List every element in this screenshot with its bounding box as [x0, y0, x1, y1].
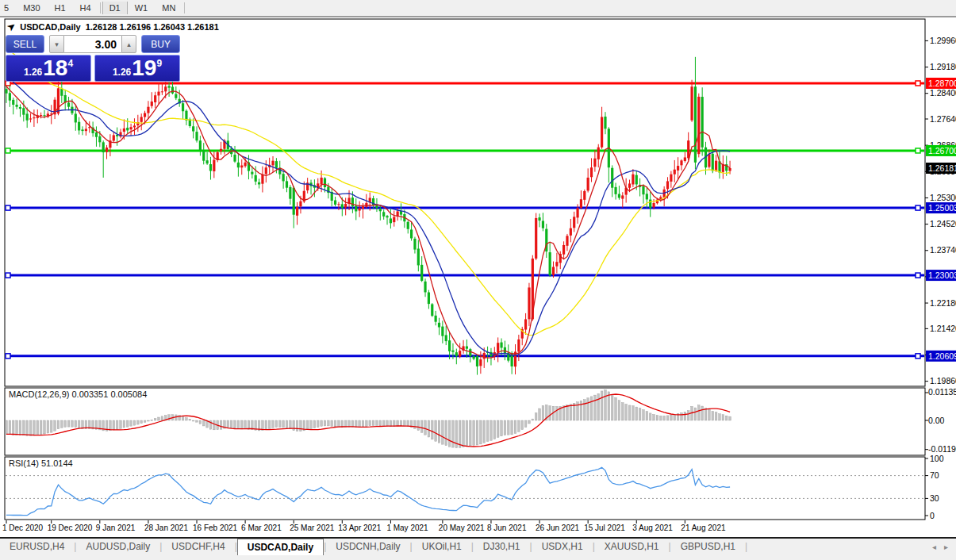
sell-price-sup: 4 [67, 58, 73, 69]
sell-price-panel[interactable]: 1.26 18 4 [6, 55, 91, 82]
svg-text:1.24520: 1.24520 [930, 219, 956, 228]
date-axis: 1 Dec 202019 Dec 20209 Jan 202128 Jan 20… [2, 520, 726, 532]
timeframe-w1[interactable]: W1 [128, 2, 155, 14]
chart-tab-bar: EURUSD,H4|AUDUSD,Daily|USDCHF,H4|USDCAD,… [0, 537, 956, 555]
tab-usdx-h1[interactable]: USDX,H1 [532, 539, 593, 555]
tab-dj30-h1[interactable]: DJ30,H1 [474, 539, 530, 555]
svg-text:1 Dec 2020: 1 Dec 2020 [2, 524, 44, 532]
sell-button[interactable]: SELL [6, 35, 44, 53]
svg-text:70: 70 [930, 470, 939, 480]
chart-panes [5, 19, 925, 520]
tab-scroll-left[interactable]: ◂ [932, 543, 936, 551]
sell-price-big: 18 [43, 57, 67, 79]
svg-text:1.23740: 1.23740 [930, 245, 956, 255]
timeframe-h1[interactable]: H1 [48, 2, 73, 14]
tab-usdcnh-daily[interactable]: USDCNH,Daily [326, 539, 409, 555]
svg-text:100: 100 [930, 454, 944, 463]
svg-text:1 May 2021: 1 May 2021 [386, 524, 428, 532]
svg-text:1.29180: 1.29180 [930, 62, 956, 71]
svg-text:21 Aug 2021: 21 Aug 2021 [681, 524, 726, 532]
chart-title: ➤ USDCAD,Daily 1.26128 1.26196 1.26043 1… [8, 21, 219, 32]
timeframe-d1[interactable]: D1 [102, 2, 128, 14]
tab-scroll-right[interactable]: ▸ [944, 543, 948, 551]
volume-input[interactable] [64, 35, 121, 53]
tab-xauusd-h1[interactable]: XAUUSD,H1 [595, 539, 669, 555]
svg-text:1.25003: 1.25003 [928, 203, 956, 213]
svg-text:20 May 2021: 20 May 2021 [439, 524, 485, 532]
tab-eurusd-h4[interactable]: EURUSD,H4 [0, 539, 74, 555]
symbol-title: USDCAD,Daily [20, 22, 80, 32]
svg-text:1.28700: 1.28700 [928, 79, 956, 88]
buy-price-big: 19 [132, 57, 156, 79]
sell-price-small: 1.26 [24, 67, 42, 78]
tab-ukoil-h1[interactable]: UKOil,H1 [413, 539, 471, 555]
toolbar-separator [100, 2, 101, 13]
rsi-indicator-label: RSI(14) 51.0144 [9, 458, 73, 468]
svg-text:8 Jun 2021: 8 Jun 2021 [487, 524, 527, 532]
svg-text:1.25300: 1.25300 [930, 193, 956, 202]
buy-price-panel[interactable]: 1.26 19 9 [94, 55, 180, 82]
timeframe-mn[interactable]: MN [155, 2, 182, 14]
timeframe-5[interactable]: 5 [0, 2, 16, 14]
svg-text:1.26700: 1.26700 [928, 146, 956, 155]
volume-decrease-button[interactable]: ▾ [49, 35, 64, 53]
svg-text:28 Jan 2021: 28 Jan 2021 [144, 524, 188, 532]
svg-text:26 Jun 2021: 26 Jun 2021 [536, 524, 579, 532]
svg-text:0.00: 0.00 [928, 416, 945, 425]
svg-text:3 Aug 2021: 3 Aug 2021 [632, 524, 673, 532]
svg-text:1.28400: 1.28400 [930, 88, 956, 98]
buy-price-small: 1.26 [113, 67, 131, 78]
ohlc-values: 1.26128 1.26196 1.26043 1.26181 [86, 22, 219, 32]
svg-text:1.23003: 1.23003 [928, 270, 956, 280]
macd-indicator-label: MACD(12,26,9) 0.003351 0.005084 [9, 389, 147, 399]
svg-text:16 Feb 2021: 16 Feb 2021 [193, 524, 238, 532]
svg-text:1.29960: 1.29960 [930, 36, 956, 45]
timeframe-m30[interactable]: M30 [16, 2, 47, 14]
svg-text:1.27640: 1.27640 [930, 114, 956, 124]
tab-audusd-daily[interactable]: AUDUSD,Daily [76, 539, 159, 555]
svg-text:1.21420: 1.21420 [930, 324, 956, 333]
svg-text:9 Jan 2021: 9 Jan 2021 [96, 524, 136, 532]
tab-scroll-arrows: ◂ ▸ [932, 539, 956, 555]
svg-text:30: 30 [930, 493, 939, 503]
svg-text:1.26181: 1.26181 [928, 163, 956, 173]
svg-text:19 Dec 2020: 19 Dec 2020 [48, 524, 93, 532]
timeframe-toolbar: 5M30H1H4D1W1MN [0, 0, 956, 17]
buy-price-sup: 9 [156, 58, 162, 69]
toolbar-separator [184, 2, 185, 13]
timeframe-h4[interactable]: H4 [73, 2, 98, 14]
svg-text:15 Jul 2021: 15 Jul 2021 [584, 524, 625, 532]
svg-text:1.22180: 1.22180 [930, 298, 956, 308]
svg-text:1.20609: 1.20609 [928, 351, 956, 361]
svg-text:6 Mar 2021: 6 Mar 2021 [241, 524, 282, 532]
svg-text:1.19860: 1.19860 [930, 376, 956, 385]
svg-text:0: 0 [930, 511, 935, 520]
tab-gbpusd-h1[interactable]: GBPUSD,H1 [671, 539, 745, 555]
tab-separator: | [745, 539, 747, 555]
svg-text:13 Apr 2021: 13 Apr 2021 [338, 524, 381, 532]
mt4-window: 1.299601.291801.284001.276401.268601.260… [0, 0, 956, 560]
svg-text:0.01135: 0.01135 [928, 387, 956, 397]
one-click-trade-widget: SELL ▾ ▴ BUY 1.26 18 4 1.26 19 9 [6, 35, 180, 82]
volume-increase-button[interactable]: ▴ [121, 35, 136, 53]
buy-button[interactable]: BUY [141, 35, 180, 53]
svg-text:25 Mar 2021: 25 Mar 2021 [290, 524, 335, 532]
tab-usdchf-h4[interactable]: USDCHF,H4 [162, 539, 234, 555]
svg-text:-0.01190: -0.01190 [928, 444, 956, 454]
tab-usdcad-daily[interactable]: USDCAD,Daily [237, 539, 324, 555]
